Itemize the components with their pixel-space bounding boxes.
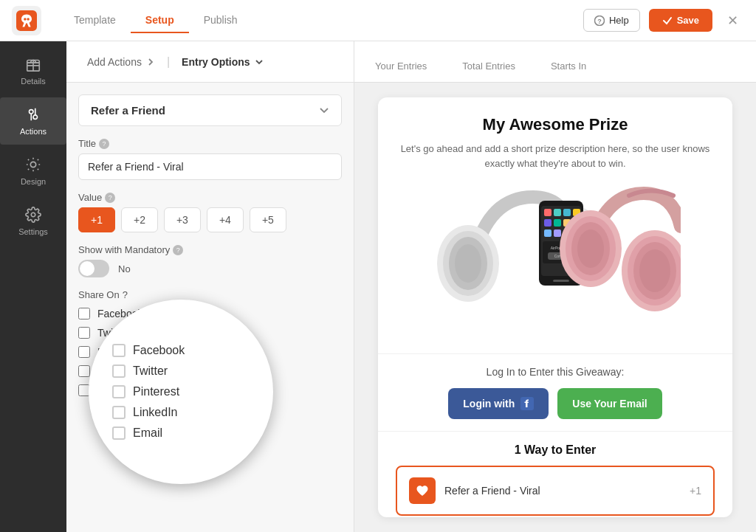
save-button[interactable]: Save	[649, 9, 712, 32]
facebook-checkbox[interactable]	[78, 308, 90, 319]
sidebar-item-details[interactable]: Details	[0, 47, 66, 94]
magnify-checkbox-email	[112, 426, 126, 440]
svg-rect-23	[554, 209, 561, 216]
magnify-checkbox-pinterest	[112, 385, 126, 398]
help-icon: ?	[594, 15, 605, 26]
svg-point-42	[577, 229, 604, 268]
svg-point-46	[639, 249, 670, 292]
svg-point-6	[30, 110, 34, 114]
svg-rect-26	[544, 219, 551, 227]
sidebar-item-settings[interactable]: Settings	[0, 198, 66, 245]
section-header[interactable]: Refer a Friend	[78, 94, 342, 126]
headphones-svg: AirPods Max Connect	[430, 182, 681, 330]
top-navigation: Template Setup Publish ? Help Save ✕	[0, 0, 756, 41]
mandatory-help-icon[interactable]: ?	[173, 245, 183, 255]
tab-setup[interactable]: Setup	[131, 8, 189, 33]
app-logo	[12, 6, 41, 35]
value-btn-3[interactable]: +3	[164, 207, 201, 232]
toggle-knob	[80, 261, 94, 276]
svg-point-2	[27, 18, 30, 21]
tab-template[interactable]: Template	[59, 8, 131, 33]
title-group: Title ?	[78, 138, 342, 180]
main-layout: Details Actions Design Settings	[0, 41, 756, 532]
heart-icon	[416, 484, 429, 497]
login-buttons: Login with Use Your Email	[396, 388, 715, 419]
chevron-right-icon	[146, 58, 155, 66]
svg-point-1	[24, 18, 27, 21]
gift-icon	[25, 56, 41, 72]
design-icon	[25, 156, 41, 173]
twitter-checkbox[interactable]	[78, 327, 90, 339]
login-facebook-button[interactable]: Login with	[448, 388, 549, 419]
magnify-item-email: Email	[112, 426, 250, 440]
ways-section: 1 Way to Enter Refer a Friend - Viral +1	[378, 431, 732, 517]
share-on-label: Share On ?	[78, 289, 342, 300]
pinterest-checkbox[interactable]	[78, 346, 90, 358]
entry-points: +1	[690, 485, 701, 497]
preview-header: Your Entries Total Entries Starts In	[354, 41, 756, 83]
svg-point-7	[33, 115, 38, 120]
svg-point-15	[455, 244, 481, 283]
sidebar-item-design[interactable]: Design	[0, 148, 66, 195]
help-button[interactable]: ? Help	[583, 9, 640, 32]
preview-content: My Awesome Prize Let's go ahead and add …	[354, 83, 756, 532]
magnify-checkbox-twitter	[112, 365, 126, 378]
mandatory-label: Show with Mandatory ?	[78, 244, 342, 255]
share-on-help-icon[interactable]: ?	[123, 289, 128, 300]
login-prompt: Log In to Enter this Giveaway:	[396, 366, 715, 378]
checkmark-icon	[662, 15, 673, 26]
login-section: Log In to Enter this Giveaway: Login wit…	[378, 353, 732, 431]
tab-publish[interactable]: Publish	[189, 8, 252, 33]
svg-rect-31	[554, 229, 561, 237]
magnify-item-twitter: Twitter	[112, 365, 250, 378]
svg-rect-38	[553, 280, 569, 282]
linkedin-checkbox[interactable]	[78, 365, 90, 377]
value-btn-4[interactable]: +4	[207, 207, 244, 232]
left-panel: Add Actions | Entry Options Refer a Frie…	[66, 41, 354, 532]
magnify-overlay: Facebook Twitter Pinterest LinkedIn Emai…	[89, 300, 273, 484]
nav-actions: ? Help Save ✕	[583, 9, 744, 32]
add-actions-button[interactable]: Add Actions	[78, 50, 164, 74]
value-group: Value ? +1 +2 +3 +4 +5	[78, 192, 342, 232]
actions-icon	[25, 106, 41, 122]
sidebar-item-actions[interactable]: Actions	[0, 97, 66, 145]
facebook-icon	[520, 397, 534, 410]
tab-starts-in[interactable]: Starts In	[548, 52, 589, 82]
svg-point-11	[31, 213, 35, 217]
right-panel: Your Entries Total Entries Starts In My …	[354, 41, 756, 532]
sidebar: Details Actions Design Settings	[0, 41, 66, 532]
login-email-button[interactable]: Use Your Email	[557, 388, 662, 419]
svg-rect-27	[554, 219, 561, 227]
value-btn-2[interactable]: +2	[121, 207, 158, 232]
headphones-image: AirPods Max Connect	[430, 182, 681, 330]
title-input[interactable]	[78, 153, 342, 180]
entry-icon	[409, 477, 436, 504]
close-button[interactable]: ✕	[721, 10, 744, 32]
toggle-row: No	[78, 260, 342, 277]
value-buttons: +1 +2 +3 +4 +5	[78, 207, 342, 232]
magnify-checkbox-linkedin	[112, 406, 126, 419]
nav-tabs: Template Setup Publish	[59, 8, 583, 33]
mandatory-toggle[interactable]	[78, 260, 109, 277]
tab-your-entries[interactable]: Your Entries	[372, 52, 430, 82]
title-help-icon[interactable]: ?	[99, 139, 109, 149]
mandatory-group: Show with Mandatory ? No	[78, 244, 342, 277]
prize-title: My Awesome Prize	[396, 115, 715, 134]
value-help-icon[interactable]: ?	[105, 193, 115, 203]
magnify-checkbox-facebook	[112, 344, 126, 357]
prize-description: Let's go ahead and add a short prize des…	[396, 142, 715, 170]
entry-options-button[interactable]: Entry Options	[173, 50, 272, 74]
tab-total-entries[interactable]: Total Entries	[459, 52, 518, 82]
magnify-item-facebook: Facebook	[112, 344, 250, 357]
panel-header: Add Actions | Entry Options	[66, 41, 354, 83]
svg-rect-24	[563, 209, 571, 216]
magnify-item-pinterest: Pinterest	[112, 385, 250, 398]
svg-point-10	[30, 162, 35, 167]
ways-title: 1 Way to Enter	[396, 443, 715, 457]
value-btn-5[interactable]: +5	[250, 207, 286, 232]
svg-rect-22	[544, 209, 551, 216]
entry-row[interactable]: Refer a Friend - Viral +1	[396, 466, 715, 516]
svg-rect-30	[544, 229, 551, 237]
value-btn-1[interactable]: +1	[78, 207, 115, 232]
magnify-item-linkedin: LinkedIn	[112, 406, 250, 419]
